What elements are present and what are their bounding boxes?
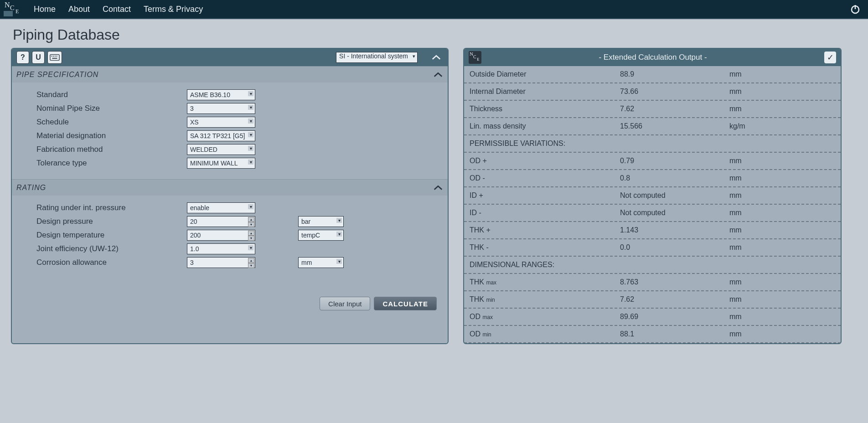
corr-label: Corrosion allowance [36, 258, 187, 267]
rating-body: Rating under int. pressure enable Design… [12, 196, 448, 279]
schedule-select[interactable]: XS [187, 117, 255, 128]
step-down-icon[interactable]: ▼ [248, 263, 254, 268]
design-p-input[interactable]: 20▲▼ [187, 216, 255, 227]
collapse-panel-icon[interactable] [429, 52, 443, 63]
app-logo[interactable]: NCE [4, 0, 22, 18]
svg-rect-2 [50, 55, 59, 61]
output-row: THK min7.62mm [464, 291, 841, 309]
output-row: Thickness7.62mm [464, 101, 841, 118]
fab-select[interactable]: WELDED [187, 144, 255, 155]
joint-eff-label: Joint efficiency (UW-12) [36, 244, 187, 253]
output-row: OD max89.69mm [464, 309, 841, 326]
check-button[interactable]: ✓ [824, 52, 836, 63]
output-unit: mm [729, 157, 742, 165]
output-row: OD min88.1mm [464, 326, 841, 343]
design-p-unit-select[interactable]: bar [298, 216, 344, 227]
output-unit: mm [729, 226, 742, 234]
output-unit: mm [729, 88, 742, 96]
calculate-button[interactable]: CALCULATE [374, 297, 437, 310]
output-heading: PERMISSIBLE VARIATIONS: [464, 135, 841, 153]
output-row: THK -0.0mm [464, 239, 841, 257]
svg-rect-6 [57, 56, 57, 57]
output-value: 8.763 [620, 278, 729, 286]
output-heading-label: PERMISSIBLE VARIATIONS: [470, 139, 620, 148]
output-unit: mm [729, 105, 742, 113]
output-label: Internal Diameter [470, 88, 620, 96]
design-t-unit-select[interactable]: tempC [298, 230, 344, 241]
action-buttons: Clear Input CALCULATE [12, 279, 448, 320]
svg-rect-5 [55, 56, 56, 57]
pipe-spec-body: Standard ASME B36.10 Nominal Pipe Size 3… [12, 83, 448, 179]
rating-title: RATING [16, 184, 46, 192]
output-row: Outside Diameter88.9mm [464, 66, 841, 83]
step-down-icon[interactable]: ▼ [248, 222, 254, 227]
tol-select[interactable]: MINIMUM WALL [187, 158, 255, 169]
pipe-spec-title: PIPE SPECIFICATION [16, 71, 98, 79]
output-value: 0.8 [620, 174, 729, 182]
nav-contact[interactable]: Contact [96, 5, 137, 14]
power-icon[interactable] [850, 4, 861, 15]
output-unit: mm [729, 174, 742, 182]
step-up-icon[interactable]: ▲ [248, 258, 254, 263]
schedule-label: Schedule [36, 118, 187, 127]
output-row: OD -0.8mm [464, 170, 841, 187]
page-title: Piping Database [0, 19, 868, 48]
clear-input-button[interactable]: Clear Input [320, 297, 370, 310]
output-value: 88.9 [620, 70, 729, 78]
rating-enable-select[interactable]: enable [187, 202, 255, 213]
corr-input[interactable]: 3▲▼ [187, 257, 255, 268]
corr-unit-select[interactable]: mm [298, 257, 344, 268]
output-value: Not computed [620, 191, 729, 200]
svg-rect-3 [52, 56, 52, 57]
step-down-icon[interactable]: ▼ [248, 236, 254, 241]
output-heading: DIMENSIONAL RANGES: [464, 257, 841, 274]
units-button[interactable]: U [32, 51, 45, 64]
output-label: THK + [470, 226, 620, 234]
nav-home[interactable]: Home [27, 5, 62, 14]
unit-system-select[interactable]: SI - International system [336, 52, 418, 63]
input-panel: ? U SI - International system PIPE SPECI… [11, 48, 449, 344]
help-button[interactable]: ? [16, 51, 29, 64]
output-unit: kg/m [729, 122, 745, 130]
output-value: 15.566 [620, 122, 729, 130]
output-row: THK max8.763mm [464, 274, 841, 291]
output-label: ID + [470, 191, 620, 200]
output-unit: mm [729, 313, 742, 321]
output-label: OD + [470, 157, 620, 165]
rating-header[interactable]: RATING [12, 179, 448, 196]
nps-label: Nominal Pipe Size [36, 104, 187, 113]
chevron-up-icon [433, 185, 443, 191]
output-row: Lin. mass density15.566kg/m [464, 118, 841, 135]
output-label: THK - [470, 243, 620, 252]
output-label: OD min [470, 330, 620, 338]
nav-terms[interactable]: Terms & Privacy [137, 5, 209, 14]
output-value: 0.79 [620, 157, 729, 165]
output-value: 0.0 [620, 243, 729, 252]
standard-select[interactable]: ASME B36.10 [187, 89, 255, 100]
output-row: Internal Diameter73.66mm [464, 83, 841, 101]
material-select[interactable]: SA 312 TP321 [G5] [187, 130, 255, 141]
output-row: ID -Not computedmm [464, 205, 841, 222]
svg-rect-7 [52, 58, 57, 59]
top-nav: NCE Home About Contact Terms & Privacy [0, 0, 868, 19]
output-label: Thickness [470, 105, 620, 113]
design-t-input[interactable]: 200▲▼ [187, 230, 255, 241]
nav-about[interactable]: About [62, 5, 96, 14]
output-row: OD +0.79mm [464, 153, 841, 170]
output-value: 7.62 [620, 295, 729, 304]
output-value: 73.66 [620, 88, 729, 96]
step-up-icon[interactable]: ▲ [248, 217, 254, 222]
nps-select[interactable]: 3 [187, 103, 255, 114]
output-row: THK +1.143mm [464, 222, 841, 239]
output-value: 7.62 [620, 105, 729, 113]
step-up-icon[interactable]: ▲ [248, 231, 254, 236]
pipe-spec-header[interactable]: PIPE SPECIFICATION [12, 66, 448, 83]
joint-eff-select[interactable]: 1.0 [187, 243, 255, 254]
keyboard-button[interactable] [47, 51, 62, 64]
output-unit: mm [729, 243, 742, 252]
app-logo-small: NCE [469, 51, 481, 64]
output-label: THK max [470, 278, 620, 286]
output-title: - Extended Calculation Output - [481, 53, 824, 62]
output-label: THK min [470, 295, 620, 304]
chevron-up-icon [433, 72, 443, 78]
